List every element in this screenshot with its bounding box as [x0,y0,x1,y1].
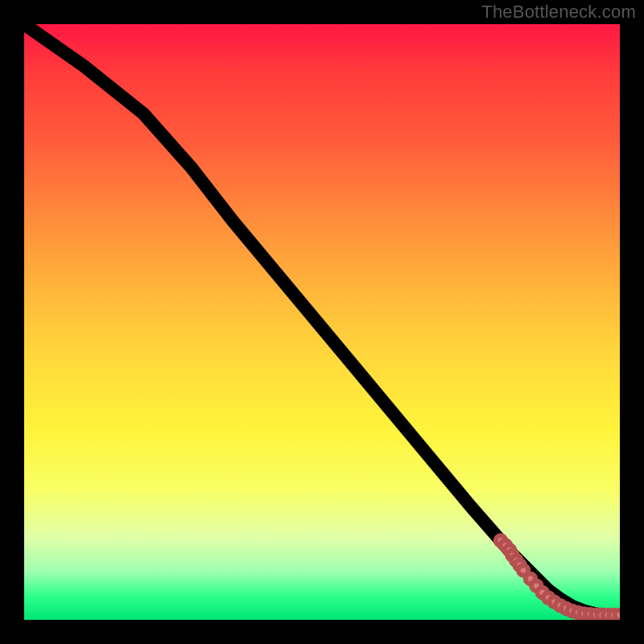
scatter-points [496,535,620,620]
watermark-text: TheBottleneck.com [481,2,636,23]
chart-overlay-svg [24,24,620,620]
chart-frame: TheBottleneck.com [0,0,644,644]
plot-area [24,24,620,620]
data-point [615,610,620,620]
main-curve [24,24,620,616]
